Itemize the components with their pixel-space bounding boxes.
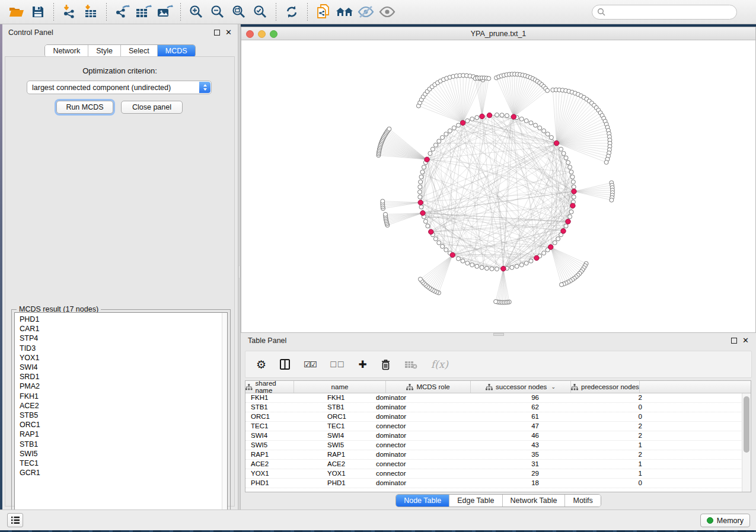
- mcds-result-item[interactable]: SWI4: [20, 363, 227, 372]
- table-row[interactable]: SWI5 SWI5 connector 43 1: [245, 441, 751, 450]
- table-column-header[interactable]: predecessor nodes ⌄: [571, 381, 640, 393]
- select-all-columns-icon[interactable]: ☑☑: [304, 360, 316, 369]
- criterion-dropdown[interactable]: largest connected component (undirected): [27, 81, 212, 94]
- mcds-result-item[interactable]: SRD1: [20, 372, 227, 382]
- toolbar-separator: [180, 3, 181, 21]
- mcds-result-item[interactable]: YOX1: [20, 353, 227, 363]
- window-zoom-traffic-light[interactable]: [270, 30, 277, 38]
- control-panel-tab-bar: NetworkStyleSelectMCDS: [44, 44, 195, 57]
- table-row[interactable]: TEC1 TEC1 connector 47 2: [245, 422, 751, 431]
- window-minimize-traffic-light[interactable]: [258, 30, 266, 38]
- control-panel-tab[interactable]: MCDS: [158, 45, 195, 57]
- window-close-traffic-light[interactable]: [246, 30, 254, 38]
- mcds-result-item[interactable]: STP4: [20, 334, 227, 343]
- control-panel-tab[interactable]: Style: [88, 45, 121, 57]
- list-icon: [11, 516, 20, 524]
- import-table-icon[interactable]: [80, 2, 101, 21]
- network-window-titlebar[interactable]: YPA_prune.txt_1: [241, 27, 755, 40]
- table-scrollbar[interactable]: [742, 393, 751, 492]
- column-type-icon: [571, 384, 578, 390]
- create-column-icon[interactable]: ✚: [358, 358, 366, 371]
- duplicate-network-icon[interactable]: [312, 2, 334, 21]
- table-panel-splitter-grip[interactable]: [493, 333, 504, 336]
- table-settings-gear-icon[interactable]: ⚙: [256, 358, 266, 371]
- task-history-button[interactable]: [7, 513, 23, 527]
- zoom-fit-icon[interactable]: [228, 2, 250, 21]
- zoom-in-icon[interactable]: [186, 2, 207, 21]
- unselect-all-columns-icon[interactable]: ☐☐: [330, 360, 344, 369]
- splitter-grip[interactable]: [238, 265, 240, 278]
- mcds-result-item[interactable]: PMA2: [20, 382, 227, 391]
- refresh-icon[interactable]: [281, 2, 302, 21]
- network-canvas[interactable]: [241, 40, 755, 332]
- mcds-result-item[interactable]: GCR1: [20, 468, 227, 477]
- delete-table-icon[interactable]: [404, 360, 417, 369]
- export-network-icon[interactable]: [111, 2, 133, 21]
- table-tab[interactable]: Node Table: [396, 495, 449, 507]
- column-type-icon: [406, 384, 413, 390]
- mcds-result-group: MCDS result (17 nodes) PHD1CAR1STP4TID3Y…: [11, 309, 231, 528]
- table-column-header[interactable]: successor nodes ⌄: [471, 381, 571, 393]
- toolbar-separator: [106, 3, 107, 21]
- search-box[interactable]: [592, 5, 737, 20]
- mcds-list-scrollbar[interactable]: [222, 313, 227, 525]
- control-panel-tab[interactable]: Network: [45, 45, 88, 57]
- table-column-header[interactable]: shared name ⌄: [245, 381, 294, 393]
- mcds-result-list[interactable]: PHD1CAR1STP4TID3YOX1SWI4SRD1PMA2FKH1ACE2…: [14, 312, 228, 525]
- run-mcds-button[interactable]: Run MCDS: [56, 101, 113, 114]
- import-network-icon[interactable]: [59, 2, 80, 21]
- show-all-icon[interactable]: [377, 2, 398, 21]
- show-columns-icon[interactable]: [280, 359, 290, 370]
- mcds-result-item[interactable]: CAR1: [20, 324, 227, 334]
- mcds-result-item[interactable]: STB5: [20, 411, 227, 420]
- open-file-icon[interactable]: [6, 2, 27, 21]
- mcds-result-item[interactable]: TID3: [20, 344, 227, 353]
- control-panel-title: Control Panel: [8, 28, 53, 37]
- float-table-panel-icon[interactable]: [731, 338, 737, 344]
- node-table-body: FKH1 FKH1 dominator 96 2 STB1 STB1 domin…: [245, 393, 751, 488]
- mcds-result-item[interactable]: TEC1: [20, 459, 227, 468]
- table-row[interactable]: ORC1 ORC1 dominator 61 0: [245, 412, 751, 422]
- table-scrollbar-thumb[interactable]: [744, 396, 749, 453]
- float-panel-icon[interactable]: [214, 30, 220, 36]
- close-panel-icon[interactable]: ✕: [225, 30, 232, 36]
- table-row[interactable]: FKH1 FKH1 dominator 96 2: [245, 393, 751, 403]
- control-panel: Control Panel ✕ NetworkStyleSelectMCDS O…: [2, 24, 238, 509]
- table-row[interactable]: PHD1 PHD1 dominator 18 0: [245, 479, 751, 488]
- mcds-result-item[interactable]: ACE2: [20, 401, 227, 411]
- mcds-result-item[interactable]: SWI5: [20, 449, 227, 459]
- table-tab[interactable]: Edge Table: [449, 495, 502, 507]
- table-row[interactable]: SWI4 SWI4 dominator 46 2: [245, 431, 751, 441]
- node-table: shared name ⌄ name ⌄ MCDS role ⌄: [245, 380, 751, 492]
- memory-button[interactable]: Memory: [700, 514, 750, 527]
- column-type-icon: [245, 384, 253, 390]
- function-builder-icon[interactable]: f(x): [431, 358, 448, 370]
- export-image-icon[interactable]: [154, 2, 176, 21]
- first-neighbors-icon[interactable]: [334, 2, 355, 21]
- mcds-result-item[interactable]: ORC1: [20, 420, 227, 430]
- control-panel-tab[interactable]: Select: [121, 45, 158, 57]
- zoom-out-icon[interactable]: [207, 2, 228, 21]
- table-column-header[interactable]: MCDS role ⌄: [386, 381, 471, 393]
- criterion-value: largest connected component (undirected): [32, 84, 171, 92]
- table-row[interactable]: YOX1 YOX1 connector 29 1: [245, 469, 751, 479]
- table-column-header[interactable]: name ⌄: [294, 381, 386, 393]
- table-row[interactable]: RAP1 RAP1 dominator 35 2: [245, 450, 751, 460]
- delete-columns-trash-icon[interactable]: [381, 359, 391, 370]
- zoom-selected-icon[interactable]: [250, 2, 271, 21]
- table-row[interactable]: ACE2 ACE2 connector 31 1: [245, 460, 751, 469]
- mcds-result-item[interactable]: FKH1: [20, 392, 227, 401]
- network-graph[interactable]: [241, 40, 755, 333]
- close-panel-button[interactable]: Close panel: [121, 101, 183, 114]
- search-input[interactable]: [606, 8, 736, 17]
- mcds-result-item[interactable]: STB1: [20, 440, 227, 449]
- save-icon[interactable]: [27, 2, 49, 21]
- table-tab[interactable]: Network Table: [503, 495, 566, 507]
- table-tab[interactable]: Motifs: [565, 495, 600, 507]
- close-table-panel-icon[interactable]: ✕: [742, 338, 749, 344]
- hide-selected-icon[interactable]: [355, 2, 377, 21]
- mcds-result-item[interactable]: RAP1: [20, 430, 227, 439]
- mcds-result-item[interactable]: PHD1: [20, 315, 227, 324]
- table-row[interactable]: STB1 STB1 dominator 62 0: [245, 403, 751, 412]
- export-table-icon[interactable]: [133, 2, 154, 21]
